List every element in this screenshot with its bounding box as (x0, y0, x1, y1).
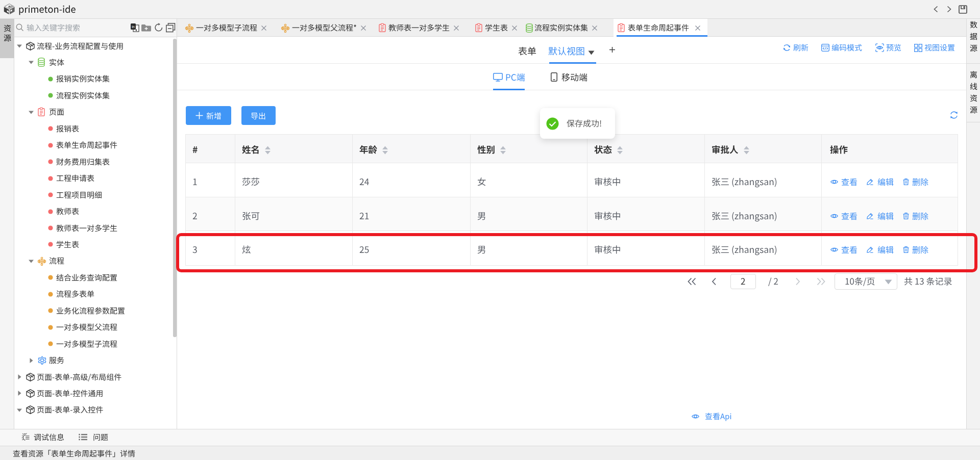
svg-text:in: in (132, 25, 135, 29)
